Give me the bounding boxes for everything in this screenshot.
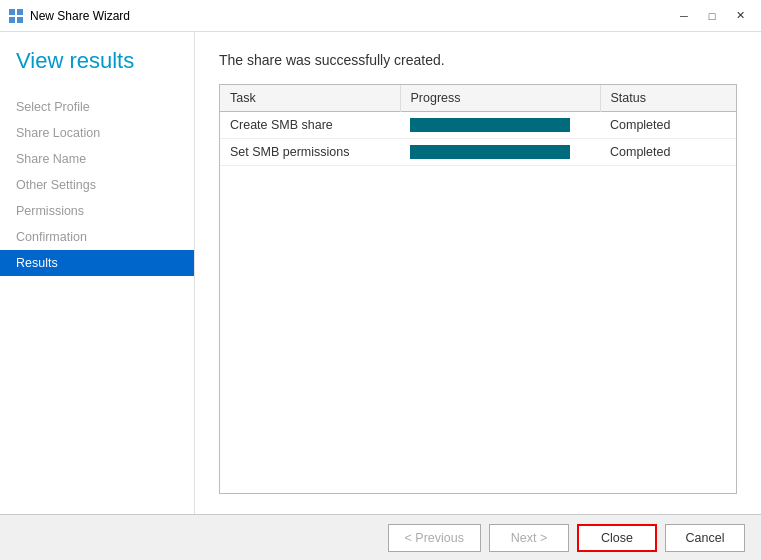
svg-rect-3 xyxy=(17,17,23,23)
nav-item-select-profile: Select Profile xyxy=(0,94,194,120)
progress-bar-fill xyxy=(410,118,570,132)
cancel-button[interactable]: Cancel xyxy=(665,524,745,552)
window-controls: ─ □ ✕ xyxy=(671,6,753,26)
next-button[interactable]: Next > xyxy=(489,524,569,552)
nav-item-permissions: Permissions xyxy=(0,198,194,224)
main-content: View results Select ProfileShare Locatio… xyxy=(0,32,761,514)
progress-bar-fill xyxy=(410,145,570,159)
table-header: Task Progress Status xyxy=(220,85,736,112)
footer: < Previous Next > Close Cancel xyxy=(0,514,761,560)
cell-status: Completed xyxy=(600,112,736,139)
minimize-button[interactable]: ─ xyxy=(671,6,697,26)
results-table-wrapper: Task Progress Status Create SMB shareCom… xyxy=(219,84,737,494)
cell-progress xyxy=(400,139,600,166)
nav-item-share-name: Share Name xyxy=(0,146,194,172)
progress-bar-container xyxy=(410,145,570,159)
progress-bar-container xyxy=(410,118,570,132)
success-message: The share was successfully created. xyxy=(219,52,737,68)
previous-button[interactable]: < Previous xyxy=(388,524,481,552)
col-status: Status xyxy=(600,85,736,112)
cell-status: Completed xyxy=(600,139,736,166)
table-row: Set SMB permissionsCompleted xyxy=(220,139,736,166)
cell-task: Set SMB permissions xyxy=(220,139,400,166)
sidebar: View results Select ProfileShare Locatio… xyxy=(0,32,195,514)
page-title: View results xyxy=(0,48,194,94)
svg-rect-1 xyxy=(17,9,23,15)
right-panel: The share was successfully created. Task… xyxy=(195,32,761,514)
window-close-button[interactable]: ✕ xyxy=(727,6,753,26)
svg-rect-2 xyxy=(9,17,15,23)
cell-progress xyxy=(400,112,600,139)
window-title: New Share Wizard xyxy=(30,9,671,23)
col-task: Task xyxy=(220,85,400,112)
svg-rect-0 xyxy=(9,9,15,15)
nav-item-confirmation: Confirmation xyxy=(0,224,194,250)
nav-item-other-settings: Other Settings xyxy=(0,172,194,198)
nav-item-results[interactable]: Results xyxy=(0,250,194,276)
col-progress: Progress xyxy=(400,85,600,112)
title-bar: New Share Wizard ─ □ ✕ xyxy=(0,0,761,32)
app-icon xyxy=(8,8,24,24)
results-table: Task Progress Status Create SMB shareCom… xyxy=(220,85,736,166)
maximize-button[interactable]: □ xyxy=(699,6,725,26)
cell-task: Create SMB share xyxy=(220,112,400,139)
close-button[interactable]: Close xyxy=(577,524,657,552)
nav-item-share-location: Share Location xyxy=(0,120,194,146)
nav-list: Select ProfileShare LocationShare NameOt… xyxy=(0,94,194,276)
table-row: Create SMB shareCompleted xyxy=(220,112,736,139)
table-body: Create SMB shareCompletedSet SMB permiss… xyxy=(220,112,736,166)
